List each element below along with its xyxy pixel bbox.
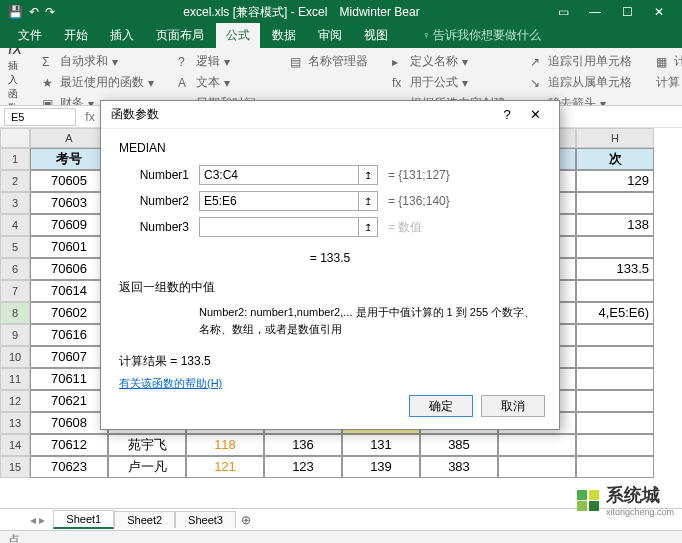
ribbon-options-icon[interactable]: ▭ xyxy=(548,0,578,24)
function-help-link[interactable]: 有关该函数的帮助(H) xyxy=(119,377,222,389)
arg1-input[interactable] xyxy=(199,165,359,185)
insert-function-button[interactable]: fx 插入函数 xyxy=(8,52,22,101)
cell[interactable]: 苑宇飞 xyxy=(108,434,186,456)
autosum-button[interactable]: Σ自动求和 ▾ xyxy=(38,52,158,71)
cell[interactable]: 138 xyxy=(576,214,654,236)
tab-review[interactable]: 审阅 xyxy=(308,23,352,48)
cell[interactable]: 考号 xyxy=(30,148,108,170)
cell[interactable]: 139 xyxy=(342,456,420,478)
row-header[interactable]: 10 xyxy=(0,346,30,368)
cell[interactable]: 133.5 xyxy=(576,258,654,280)
row-header[interactable]: 4 xyxy=(0,214,30,236)
cell[interactable]: 129 xyxy=(576,170,654,192)
calc-options-button[interactable]: ▦计算选项 xyxy=(652,52,682,71)
cell[interactable]: 70616 xyxy=(30,324,108,346)
trace-dependents-button[interactable]: ↘追踪从属单元格 xyxy=(526,73,636,92)
cell[interactable] xyxy=(576,368,654,390)
cell[interactable] xyxy=(576,280,654,302)
tab-home[interactable]: 开始 xyxy=(54,23,98,48)
add-sheet-button[interactable]: ⊕ xyxy=(236,513,256,527)
row-header[interactable]: 14 xyxy=(0,434,30,456)
tab-view[interactable]: 视图 xyxy=(354,23,398,48)
row-header[interactable]: 2 xyxy=(0,170,30,192)
arg3-range-picker-icon[interactable]: ↥ xyxy=(358,217,378,237)
cell[interactable]: 131 xyxy=(342,434,420,456)
calc-now-button[interactable]: 计算 xyxy=(652,73,682,92)
row-header[interactable]: 7 xyxy=(0,280,30,302)
row-header[interactable]: 12 xyxy=(0,390,30,412)
tab-nav-icons[interactable]: ◂ ▸ xyxy=(30,513,45,527)
sheet-tab-3[interactable]: Sheet3 xyxy=(175,511,236,528)
sheet-tab-1[interactable]: Sheet1 xyxy=(53,510,114,529)
row-header[interactable]: 3 xyxy=(0,192,30,214)
maximize-icon[interactable]: ☐ xyxy=(612,0,642,24)
sheet-tab-2[interactable]: Sheet2 xyxy=(114,511,175,528)
cell[interactable]: 123 xyxy=(264,456,342,478)
cell[interactable]: 70607 xyxy=(30,346,108,368)
cell[interactable]: 70614 xyxy=(30,280,108,302)
minimize-icon[interactable]: — xyxy=(580,0,610,24)
cancel-button[interactable]: 取消 xyxy=(481,395,545,417)
cell[interactable] xyxy=(498,456,576,478)
name-box[interactable] xyxy=(4,108,76,126)
row-header[interactable]: 1 xyxy=(0,148,30,170)
cell[interactable]: 385 xyxy=(420,434,498,456)
arg2-input[interactable] xyxy=(199,191,359,211)
tab-data[interactable]: 数据 xyxy=(262,23,306,48)
cell[interactable] xyxy=(576,192,654,214)
row-header[interactable]: 11 xyxy=(0,368,30,390)
arg1-range-picker-icon[interactable]: ↥ xyxy=(358,165,378,185)
cell[interactable]: 70621 xyxy=(30,390,108,412)
cell[interactable]: 次 xyxy=(576,148,654,170)
dialog-help-icon[interactable]: ? xyxy=(493,103,521,127)
row-header[interactable]: 8 xyxy=(0,302,30,324)
row-header[interactable]: 5 xyxy=(0,236,30,258)
cell[interactable] xyxy=(576,236,654,258)
cell[interactable] xyxy=(576,346,654,368)
cell[interactable]: 卢一凡 xyxy=(108,456,186,478)
cell[interactable]: 136 xyxy=(264,434,342,456)
cell[interactable]: 70608 xyxy=(30,412,108,434)
cell[interactable] xyxy=(576,434,654,456)
tab-layout[interactable]: 页面布局 xyxy=(146,23,214,48)
logical-button[interactable]: ?逻辑 ▾ xyxy=(174,52,270,71)
tab-insert[interactable]: 插入 xyxy=(100,23,144,48)
cell[interactable]: 70601 xyxy=(30,236,108,258)
cell[interactable]: 70623 xyxy=(30,456,108,478)
cell[interactable]: 70609 xyxy=(30,214,108,236)
cell[interactable]: 70612 xyxy=(30,434,108,456)
row-header[interactable]: 15 xyxy=(0,456,30,478)
arg2-range-picker-icon[interactable]: ↥ xyxy=(358,191,378,211)
row-header[interactable]: 6 xyxy=(0,258,30,280)
cell[interactable]: 4,E5:E6) xyxy=(576,302,654,324)
cell[interactable] xyxy=(576,412,654,434)
cell[interactable]: 121 xyxy=(186,456,264,478)
redo-icon[interactable]: ↷ xyxy=(45,5,55,19)
select-all-corner[interactable] xyxy=(0,128,30,148)
cell[interactable]: 118 xyxy=(186,434,264,456)
define-name-button[interactable]: ▸定义名称 ▾ xyxy=(388,52,510,71)
cell[interactable]: 70605 xyxy=(30,170,108,192)
text-button[interactable]: A文本 ▾ xyxy=(174,73,270,92)
cell[interactable] xyxy=(498,434,576,456)
fx-label-icon[interactable]: fx xyxy=(80,110,100,124)
tab-tellme[interactable]: ♀ 告诉我你想要做什么 xyxy=(412,23,551,48)
cell[interactable]: 383 xyxy=(420,456,498,478)
cell[interactable]: 70602 xyxy=(30,302,108,324)
undo-icon[interactable]: ↶ xyxy=(29,5,39,19)
cell[interactable]: 70611 xyxy=(30,368,108,390)
recent-functions-button[interactable]: ★最近使用的函数 ▾ xyxy=(38,73,158,92)
trace-precedents-button[interactable]: ↗追踪引用单元格 xyxy=(526,52,636,71)
cell[interactable] xyxy=(576,456,654,478)
col-header[interactable]: A xyxy=(30,128,108,148)
dialog-close-icon[interactable]: ✕ xyxy=(521,103,549,127)
row-header[interactable]: 13 xyxy=(0,412,30,434)
save-icon[interactable]: 💾 xyxy=(8,5,23,19)
name-manager-button[interactable]: ▤名称管理器 xyxy=(286,52,372,71)
ok-button[interactable]: 确定 xyxy=(409,395,473,417)
cell[interactable]: 70606 xyxy=(30,258,108,280)
cell[interactable]: 70603 xyxy=(30,192,108,214)
tab-formulas[interactable]: 公式 xyxy=(216,23,260,48)
tab-file[interactable]: 文件 xyxy=(8,23,52,48)
close-icon[interactable]: ✕ xyxy=(644,0,674,24)
